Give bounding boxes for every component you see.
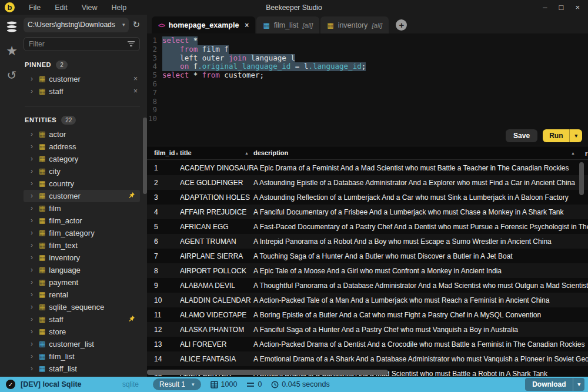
chevron-right-icon[interactable]: › bbox=[31, 155, 35, 163]
table-row[interactable]: 2ACE GOLDFINGERA Astounding Epistle of a… bbox=[147, 175, 588, 190]
table-row[interactable]: 9ALABAMA DEVILA Thoughtful Panorama of a… bbox=[147, 278, 588, 293]
sidebar-item-actor[interactable]: ›▦actor bbox=[24, 128, 140, 140]
sort-arrow-icon[interactable]: ▲ bbox=[245, 151, 249, 155]
table-row[interactable]: 12ALASKA PHANTOMA Fanciful Saga of a Hun… bbox=[147, 322, 588, 337]
column-header-title[interactable]: title ▲ bbox=[180, 149, 253, 156]
close-icon[interactable]: × bbox=[245, 21, 249, 29]
download-button[interactable]: Download ▾ bbox=[525, 378, 584, 391]
table-row[interactable]: 1ACADEMY DINOSAURA Epic Drama of a Femin… bbox=[147, 160, 588, 175]
menu-file[interactable]: File bbox=[29, 4, 41, 12]
save-button[interactable]: Save bbox=[506, 129, 537, 142]
sidebar-item-language[interactable]: ›▦language bbox=[24, 264, 140, 276]
history-icon[interactable]: ↺ bbox=[7, 69, 17, 81]
column-header-description[interactable]: description ▲ bbox=[253, 149, 588, 156]
result-selector-button[interactable]: Result 1 ▾ bbox=[153, 378, 201, 390]
chevron-right-icon[interactable]: › bbox=[31, 179, 35, 187]
entity-filter[interactable] bbox=[24, 37, 140, 51]
table-row[interactable]: 6AGENT TRUMANA Intrepid Panorama of a Ro… bbox=[147, 234, 588, 249]
code-token: language l bbox=[246, 53, 295, 62]
maximize-button[interactable]: □ bbox=[559, 3, 564, 12]
pin-icon[interactable] bbox=[128, 315, 135, 324]
column-header-clipped[interactable]: r bbox=[585, 146, 587, 160]
entity-filter-input[interactable] bbox=[29, 40, 128, 48]
chevron-right-icon[interactable]: › bbox=[31, 290, 35, 299]
sidebar-item-film[interactable]: ›▦film bbox=[24, 202, 140, 215]
sidebar-item-country[interactable]: ›▦country bbox=[24, 177, 140, 190]
chevron-right-icon[interactable]: › bbox=[31, 192, 35, 200]
chevron-right-icon[interactable]: › bbox=[31, 253, 35, 262]
run-button[interactable]: Run ▾ bbox=[543, 129, 582, 142]
chevron-right-icon[interactable]: › bbox=[31, 327, 35, 336]
menu-view[interactable]: View bbox=[82, 4, 98, 12]
chevron-right-icon[interactable]: › bbox=[31, 142, 35, 150]
sidebar-item-customer_list[interactable]: ›▦customer_list bbox=[24, 338, 140, 350]
sidebar-item-payment[interactable]: ›▦payment bbox=[24, 276, 140, 289]
sidebar-scrollbar[interactable] bbox=[143, 118, 147, 194]
sidebar-item-address[interactable]: ›▦address bbox=[24, 140, 140, 153]
sidebar-item-film_text[interactable]: ›▦film_text bbox=[24, 239, 140, 252]
table-row[interactable]: 10ALADDIN CALENDARA Action-Packed Tale o… bbox=[147, 293, 588, 307]
chevron-right-icon[interactable]: › bbox=[31, 229, 35, 237]
chevron-right-icon[interactable]: › bbox=[31, 216, 35, 225]
connection-selector[interactable]: C:\Users\ghstng\Downloads ▾ bbox=[24, 18, 129, 32]
table-row[interactable]: 14ALICE FANTASIAA Emotional Drama of a A… bbox=[147, 351, 588, 366]
column-header-film-id[interactable]: film_id ▲ bbox=[147, 149, 180, 156]
chevron-right-icon[interactable]: › bbox=[31, 130, 35, 138]
run-button-label[interactable]: Run bbox=[543, 129, 570, 142]
pinned-item-customer[interactable]: ›▦customer× bbox=[24, 73, 140, 85]
new-tab-button[interactable]: + bbox=[396, 19, 407, 31]
chevron-right-icon[interactable]: › bbox=[31, 87, 35, 95]
refresh-icon[interactable]: ↻ bbox=[132, 19, 140, 30]
chevron-right-icon[interactable]: › bbox=[31, 303, 35, 311]
chevron-right-icon[interactable]: › bbox=[31, 352, 35, 360]
tab-homepage_example[interactable]: <>homepage_example× bbox=[152, 16, 255, 33]
sidebar-item-staff_list[interactable]: ›▦staff_list bbox=[24, 363, 140, 375]
table-row[interactable]: 11ALAMO VIDEOTAPEA Boring Epistle of a B… bbox=[147, 307, 588, 322]
sidebar-item-sqlite_sequence[interactable]: ›▦sqlite_sequence bbox=[24, 301, 140, 313]
chevron-right-icon[interactable]: › bbox=[31, 167, 35, 175]
sidebar-item-film_list[interactable]: ›▦film_list bbox=[24, 350, 140, 363]
chevron-right-icon[interactable]: › bbox=[31, 266, 35, 274]
unpin-close-icon[interactable]: × bbox=[133, 87, 138, 95]
vertical-scrollbar[interactable] bbox=[579, 162, 584, 195]
sidebar-item-staff[interactable]: ›▦staff bbox=[24, 313, 140, 326]
tab-inventory[interactable]: ▦inventory[all] bbox=[320, 16, 389, 33]
chevron-right-icon[interactable]: › bbox=[31, 241, 35, 249]
table-row[interactable]: 5AFRICAN EGGA Fast-Paced Documentary of … bbox=[147, 219, 588, 234]
sidebar-item-city[interactable]: ›▦city bbox=[24, 165, 140, 177]
minimize-button[interactable]: – bbox=[543, 3, 547, 12]
tab-film_list[interactable]: ▦film_list[all] bbox=[256, 16, 319, 33]
menu-help[interactable]: Help bbox=[112, 4, 127, 12]
menu-edit[interactable]: Edit bbox=[55, 4, 68, 12]
sort-arrow-icon[interactable]: ▲ bbox=[175, 151, 179, 155]
chevron-right-icon[interactable]: › bbox=[31, 364, 35, 373]
chevron-right-icon[interactable]: › bbox=[31, 340, 35, 348]
pinned-item-staff[interactable]: ›▦staff× bbox=[24, 85, 140, 98]
table-row[interactable]: 4AFFAIR PREJUDICEA Fanciful Documentary … bbox=[147, 205, 588, 219]
sort-arrow-icon[interactable]: ▲ bbox=[571, 151, 575, 155]
unpin-close-icon[interactable]: × bbox=[133, 75, 138, 83]
download-button-label[interactable]: Download bbox=[525, 378, 573, 391]
table-row[interactable]: 8AIRPORT POLLOCKA Epic Tale of a Moose A… bbox=[147, 263, 588, 278]
table-row[interactable]: 7AIRPLANE SIERRAA Touching Saga of a Hun… bbox=[147, 249, 588, 263]
table-row[interactable]: 13ALI FOREVERA Action-Packed Drama of a … bbox=[147, 337, 588, 351]
favorites-star-icon[interactable]: ★ bbox=[6, 45, 18, 58]
sidebar-item-film_actor[interactable]: ›▦film_actor bbox=[24, 215, 140, 227]
pin-icon[interactable] bbox=[128, 192, 135, 200]
sidebar-item-inventory[interactable]: ›▦inventory bbox=[24, 252, 140, 264]
chevron-right-icon[interactable]: › bbox=[31, 204, 35, 212]
chevron-right-icon[interactable]: › bbox=[31, 75, 35, 83]
table-row[interactable]: 3ADAPTATION HOLESA Astounding Reflection… bbox=[147, 190, 588, 205]
sidebar-item-film_category[interactable]: ›▦film_category bbox=[24, 227, 140, 239]
run-dropdown-caret-icon[interactable]: ▾ bbox=[570, 129, 582, 142]
horizontal-scrollbar[interactable] bbox=[147, 370, 388, 375]
chevron-right-icon[interactable]: › bbox=[31, 278, 35, 286]
sidebar-item-rental[interactable]: ›▦rental bbox=[24, 289, 140, 301]
sidebar-item-store[interactable]: ›▦store bbox=[24, 326, 140, 338]
download-dropdown-caret-icon[interactable]: ▾ bbox=[573, 378, 584, 391]
sidebar-item-customer[interactable]: ›▦customer bbox=[24, 190, 140, 202]
close-button[interactable]: × bbox=[575, 3, 580, 12]
chevron-right-icon[interactable]: › bbox=[31, 315, 35, 323]
database-icon[interactable] bbox=[5, 21, 19, 35]
sidebar-item-category[interactable]: ›▦category bbox=[24, 153, 140, 165]
